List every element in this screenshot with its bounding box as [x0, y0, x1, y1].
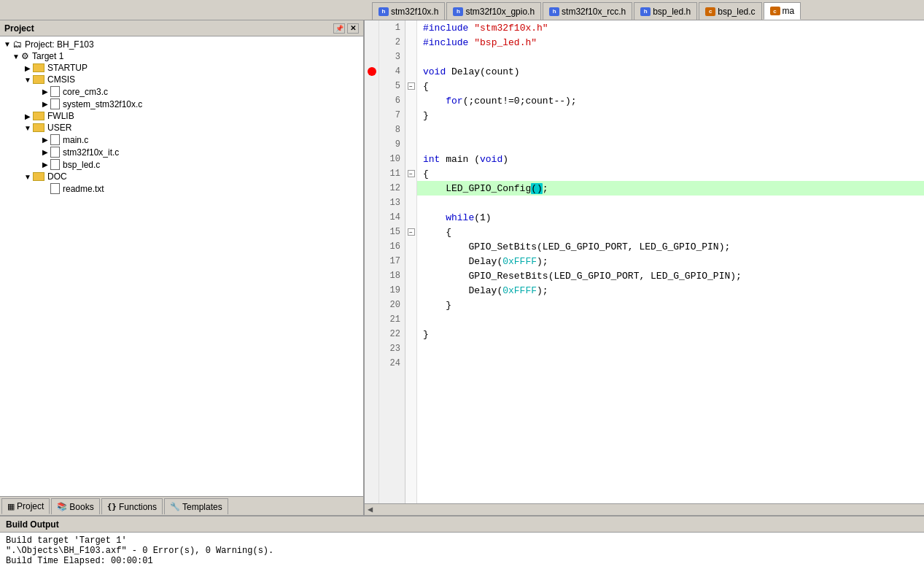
tab-bsp-led-c[interactable]: c bsp_led.c	[699, 2, 761, 20]
tab-label: Project	[17, 501, 44, 511]
tree-item-system-stm32[interactable]: ▶ system_stm32f10x.c	[0, 98, 363, 110]
tree-item-user[interactable]: ▼ USER	[0, 122, 363, 134]
line-num-14: 14	[379, 210, 405, 225]
line-num-5: 5	[379, 79, 405, 93]
code-line-21	[417, 312, 924, 327]
project-root-icon: 🗂	[12, 39, 22, 50]
close-button[interactable]: ✕	[347, 23, 359, 34]
gutter-cell-21	[365, 312, 378, 327]
code-line-1: #include "stm32f10x.h"	[417, 20, 924, 35]
tab-functions[interactable]: {} Functions	[101, 498, 163, 514]
expander: ▶	[41, 88, 50, 96]
tree-item-stm32-it[interactable]: ▶ stm32f10x_it.c	[0, 146, 363, 158]
tab-stm32f10x-h[interactable]: h stm32f10x.h	[372, 2, 445, 20]
tree-item-main-c[interactable]: ▶ main.c	[0, 134, 363, 146]
tree-item-bsp-led-c[interactable]: ▶ bsp_led.c	[0, 158, 363, 171]
code-line-17: Delay(0xFFFF);	[417, 254, 924, 268]
gutter-cell-9	[365, 137, 378, 152]
folder-icon	[33, 172, 44, 181]
expander: ▶	[23, 112, 32, 120]
tree-item-label: DOC	[47, 171, 67, 182]
tab-label: ma	[783, 6, 795, 16]
tab-stm32f10x-rcc-h[interactable]: h stm32f10x_rcc.h	[543, 2, 632, 20]
tab-label: bsp_led.h	[653, 7, 691, 17]
line-num-16: 16	[379, 239, 405, 254]
tab-books[interactable]: 📚 Books	[51, 498, 99, 514]
code-line-9	[417, 137, 924, 152]
gutter-cell-15	[365, 225, 378, 239]
c-file-icon2: c	[770, 7, 780, 15]
code-line-6: for(;count!=0;count--);	[417, 93, 924, 108]
app-container: h stm32f10x.h h stm32f10x_gpio.h h stm32…	[0, 0, 924, 588]
tree-item-core-cm3[interactable]: ▶ core_cm3.c	[0, 85, 363, 98]
code-line-2: #include "bsp_led.h"	[417, 35, 924, 50]
folder-icon	[33, 123, 44, 132]
tree-item-doc[interactable]: ▼ DOC	[0, 171, 363, 182]
tab-label: Books	[69, 502, 93, 512]
file-icon	[50, 147, 60, 158]
code-content[interactable]: 1 2 3 4 5 6 7 8 9 10 11 12 13 14 15 16 1	[365, 20, 924, 503]
code-line-22: }	[417, 327, 924, 341]
grid-icon: ▦	[7, 502, 15, 511]
gutter-cell-16	[365, 239, 378, 254]
output-content[interactable]: Build target 'Target 1' ".\Objects\BH_F1…	[0, 533, 924, 588]
code-line-23	[417, 341, 924, 356]
line-num-1: 1	[379, 20, 405, 35]
output-line-3: Build Time Elapsed: 00:00:01	[6, 556, 918, 566]
folder-icon	[33, 112, 44, 120]
line-num-18: 18	[379, 268, 405, 283]
template-icon: 🔧	[170, 502, 180, 511]
line-num-19: 19	[379, 283, 405, 298]
code-line-4: void Delay(count)	[417, 64, 924, 79]
line-num-22: 22	[379, 327, 405, 341]
gutter-cell-2	[365, 35, 378, 50]
tree-item-cmsis[interactable]: ▼ CMSIS	[0, 74, 363, 85]
func-icon: {}	[107, 502, 117, 511]
tree-item-startup[interactable]: ▶ STARTUP	[0, 62, 363, 74]
breakpoint-indicator	[368, 67, 376, 76]
tab-project[interactable]: ▦ Project	[1, 498, 50, 514]
tree-item-label: FWLIB	[47, 111, 74, 121]
tab-label: stm32f10x_rcc.h	[562, 7, 626, 17]
left-panel: Project 📌 ✕ ▼ 🗂 Project: BH_F103 ▼ ⚙	[0, 20, 365, 515]
fold-box-15[interactable]: −	[405, 225, 416, 239]
expander: ▶	[41, 100, 50, 108]
expander: ▼	[23, 173, 32, 181]
tree-item-project[interactable]: ▼ 🗂 Project: BH_F103	[0, 38, 363, 50]
output-panel: Build Output Build target 'Target 1' ".\…	[0, 515, 924, 588]
line-numbers: 1 2 3 4 5 6 7 8 9 10 11 12 13 14 15 16 1	[379, 20, 405, 503]
tab-templates[interactable]: 🔧 Templates	[164, 498, 228, 514]
tree-item-readme[interactable]: readme.txt	[0, 182, 363, 195]
file-icon	[50, 134, 60, 145]
line-num-8: 8	[379, 123, 405, 137]
tree-item-label: readme.txt	[63, 184, 104, 194]
tab-bsp-led-h[interactable]: h bsp_led.h	[634, 2, 697, 20]
expander: ▶	[41, 136, 50, 144]
code-line-7: }	[417, 108, 924, 123]
pin-button[interactable]: 📌	[333, 23, 345, 34]
output-line-1: Build target 'Target 1'	[6, 535, 918, 546]
gutter-cell-19	[365, 283, 378, 298]
output-line-2: ".\Objects\BH_F103.axf" - 0 Error(s), 0 …	[6, 546, 918, 556]
fold-box-11[interactable]: −	[405, 166, 416, 181]
gutter-cell-10	[365, 152, 378, 166]
tab-stm32f10x-gpio-h[interactable]: h stm32f10x_gpio.h	[446, 2, 541, 20]
scroll-left-arrow[interactable]: ◀	[365, 503, 924, 515]
tree-item-fwlib[interactable]: ▶ FWLIB	[0, 110, 363, 122]
code-lines[interactable]: #include "stm32f10x.h" #include "bsp_led…	[417, 20, 924, 503]
tree-item-target1[interactable]: ▼ ⚙ Target 1	[0, 50, 363, 62]
fold-box-5[interactable]: −	[405, 79, 416, 93]
panel-header: Project 📌 ✕	[0, 20, 363, 36]
bottom-tabs: ▦ Project 📚 Books {} Functions 🔧 Templat…	[0, 496, 363, 515]
expander: ▼	[3, 40, 12, 48]
panel-title: Project	[4, 23, 34, 34]
line-num-6: 6	[379, 93, 405, 108]
expander: ▼	[12, 53, 20, 61]
gutter-cell-6	[365, 93, 378, 108]
h-file-icon2: h	[453, 7, 463, 16]
code-line-3	[417, 50, 924, 64]
tab-main-active[interactable]: c ma	[764, 2, 801, 20]
gutter-cell-5	[365, 79, 378, 93]
gutter	[365, 20, 379, 503]
gutter-cell-23	[365, 341, 378, 356]
